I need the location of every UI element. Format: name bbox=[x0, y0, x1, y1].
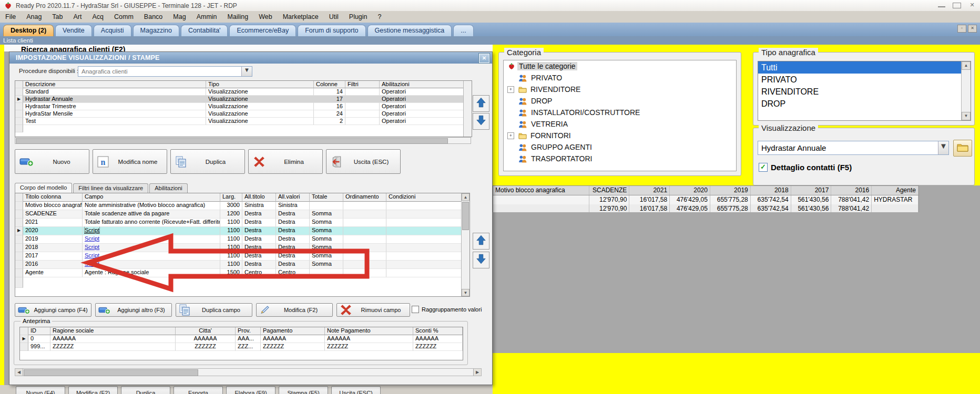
uscita-esc--button[interactable]: Uscita (ESC) bbox=[326, 149, 401, 174]
fields-table-row[interactable]: 2017Script1100DestraDestraSomma bbox=[15, 252, 469, 261]
menu-item-ammin[interactable]: Ammin bbox=[191, 12, 222, 22]
rimuovi-campo-button[interactable]: Rimuovi campo bbox=[336, 303, 410, 317]
scroll-up-icon[interactable]: ▲ bbox=[462, 193, 469, 201]
dialog-hscrollbar[interactable]: ◀ ▶ bbox=[15, 368, 482, 376]
menu-item--[interactable]: ? bbox=[373, 12, 387, 22]
modifica-f2--button[interactable]: Modifica (F2) bbox=[68, 386, 118, 394]
model-tab-corpo-del-modello[interactable]: Corpo del modello bbox=[15, 183, 72, 193]
modifica-f2--button[interactable]: Modifica (F2) bbox=[256, 303, 333, 317]
move-view-down-button[interactable] bbox=[473, 113, 489, 130]
move-view-up-button[interactable] bbox=[473, 95, 489, 112]
script-link[interactable]: Script bbox=[85, 227, 99, 233]
tree-item-installatori-costruttore[interactable]: INSTALLATORI/COSTRUTTORE bbox=[504, 107, 736, 118]
menu-item-mag[interactable]: Mag bbox=[168, 12, 191, 22]
menu-item-acq[interactable]: Acq bbox=[87, 12, 109, 22]
expand-plus-icon[interactable]: + bbox=[507, 132, 514, 139]
tree-item-fornitori[interactable]: +FORNITORI bbox=[504, 130, 736, 141]
aggiungi-altro-f3--button[interactable]: Aggiungi altro (F3) bbox=[95, 303, 172, 317]
tree-item-rivenditore[interactable]: +RIVENDITORE bbox=[504, 84, 736, 95]
scroll-down-icon[interactable]: ▼ bbox=[962, 112, 971, 120]
stampa-f5--button[interactable]: Stampa (F5) bbox=[279, 386, 328, 394]
views-table-scrollbar[interactable] bbox=[463, 81, 472, 137]
views-table-row[interactable]: StandardVisualizzazione14Operatori bbox=[15, 88, 472, 96]
menu-item-anag[interactable]: Anag bbox=[21, 12, 47, 22]
menu-item-util[interactable]: Util bbox=[324, 12, 344, 22]
maximize-icon[interactable] bbox=[953, 3, 961, 8]
nuovo-f4--button[interactable]: Nuovo (F4) bbox=[16, 386, 65, 394]
tree-item-gruppo-agenti[interactable]: GRUPPO AGENTI bbox=[504, 141, 736, 153]
views-table-row[interactable]: Hydrastar TrimestreVisualizzazione16Oper… bbox=[15, 103, 472, 110]
scroll-right-icon[interactable]: ▶ bbox=[473, 369, 481, 376]
tab-ecommerce-ebay[interactable]: Ecommerce/eBay bbox=[229, 25, 296, 36]
tipo-item-rivenditore[interactable]: RIVENDITORE bbox=[758, 86, 964, 98]
tab-forum-di-supporto[interactable]: Forum di supporto bbox=[298, 25, 365, 36]
fields-table-row[interactable]: Motivo blocco anagraficaNote amministrat… bbox=[15, 202, 469, 210]
fields-table-row[interactable]: AgenteAgente : Ragione sociale1500Centro… bbox=[15, 269, 469, 277]
move-field-down-button[interactable] bbox=[473, 252, 489, 268]
menu-item-banco[interactable]: Banco bbox=[139, 12, 168, 22]
tipo-item-tutti[interactable]: Tutti bbox=[758, 61, 964, 74]
open-folder-button[interactable] bbox=[953, 140, 972, 157]
close-icon[interactable]: ✕ bbox=[968, 2, 976, 8]
tree-item-drop[interactable]: DROP bbox=[504, 95, 736, 107]
tipo-item-privato[interactable]: PRIVATO bbox=[758, 74, 964, 86]
fields-table-row[interactable]: SCADENZETotale scadenze attive da pagare… bbox=[15, 210, 469, 219]
views-table-row[interactable]: TestVisualizzazione2Operatori bbox=[15, 118, 472, 125]
script-link[interactable]: Script bbox=[85, 252, 99, 258]
preview-table-row[interactable]: ▶0AAAAAAAAAAAAAAA...AAAAAAAAAAAAAAAAAA bbox=[20, 335, 463, 343]
uscita-esc--button[interactable]: Uscita (ESC) bbox=[331, 386, 381, 394]
fields-table-scrollbar[interactable]: ▲ ▼ bbox=[461, 193, 469, 296]
scroll-up-icon[interactable]: ▲ bbox=[962, 61, 971, 70]
procedure-combobox[interactable]: Anagrafica clienti ▼ bbox=[78, 66, 252, 77]
menu-item-web[interactable]: Web bbox=[253, 12, 277, 22]
tipo-list-scrollbar[interactable]: ▲ ▼ bbox=[961, 61, 971, 120]
fields-table-row[interactable]: 2016Script1100DestraDestraSomma bbox=[15, 261, 469, 269]
tree-item-tutte-le-categorie[interactable]: Tutte le categorie bbox=[504, 60, 736, 72]
visual-model-combobox[interactable]: Hydrastar Annuale ▼ bbox=[758, 141, 949, 155]
tree-item-trasportatori[interactable]: TRASPORTATORI bbox=[504, 153, 736, 164]
tab-acquisti[interactable]: Acquisti bbox=[94, 25, 131, 36]
views-table-row[interactable]: ▶Hydrastar AnnualeVisualizzazione17Opera… bbox=[15, 96, 472, 103]
fields-table-row[interactable]: ▶2020Script1100DestraDestraSomma bbox=[15, 227, 469, 235]
dialog-close-icon[interactable]: ✕ bbox=[479, 54, 489, 63]
move-field-up-button[interactable] bbox=[473, 233, 489, 250]
duplica-campo-button[interactable]: Duplica campo bbox=[176, 303, 252, 317]
elimina-button[interactable]: Elimina bbox=[248, 149, 323, 174]
menu-item-comm[interactable]: Comm bbox=[109, 12, 139, 22]
fields-table-row[interactable]: 2021Totale fatturato anno corrente (Rice… bbox=[15, 219, 469, 227]
elabora-f9--button[interactable]: Elabora (F9) bbox=[226, 386, 275, 394]
model-tab-filtri-linee-da-visualizzare[interactable]: Filtri linee da visualizzare bbox=[73, 183, 148, 193]
tab-desktop-2-[interactable]: Desktop (2) bbox=[3, 25, 54, 36]
tab-magazzino[interactable]: Magazzino bbox=[133, 25, 179, 36]
views-table-hscrollbar[interactable] bbox=[15, 137, 471, 144]
scroll-left-icon[interactable]: ◀ bbox=[15, 369, 23, 376]
menu-item-art[interactable]: Art bbox=[68, 12, 87, 22]
chevron-down-icon[interactable]: ▼ bbox=[241, 67, 252, 76]
minimize-icon[interactable] bbox=[938, 2, 945, 7]
duplica-button[interactable]: Duplica bbox=[121, 386, 170, 394]
script-link[interactable]: Script bbox=[85, 261, 99, 267]
preview-table-row[interactable]: 999...ZZZZZZZZZZZZZZZ...ZZZZZZZZZZZZZZZZ… bbox=[20, 343, 463, 351]
grouping-checkbox[interactable]: Raggruppamento valori bbox=[412, 306, 482, 313]
esporta-button[interactable]: Esporta bbox=[173, 386, 223, 394]
expand-plus-icon[interactable]: + bbox=[507, 86, 514, 93]
mdi-close-icon[interactable]: ✕ bbox=[968, 25, 977, 33]
fields-table-row[interactable]: 2019Script1100DestraDestraSomma bbox=[15, 235, 469, 244]
mdi-restore-icon[interactable]: ▫ bbox=[957, 25, 966, 33]
duplica-button[interactable]: Duplica bbox=[170, 149, 245, 174]
fields-table-row[interactable]: 2018Script1100DestraDestraSomma bbox=[15, 244, 469, 252]
aggiungi-campo-f4--button[interactable]: Aggiungi campo (F4) bbox=[15, 303, 91, 317]
menu-item-mailing[interactable]: Mailing bbox=[222, 12, 254, 22]
menu-item-tab[interactable]: Tab bbox=[47, 12, 68, 22]
tree-item-privato[interactable]: PRIVATO bbox=[504, 72, 736, 84]
results-grid-row[interactable]: 12'970,9016'017,58476'429,05655'775,2863… bbox=[493, 195, 918, 204]
menu-item-file[interactable]: File bbox=[0, 12, 21, 22]
tipo-item-drop[interactable]: DROP bbox=[758, 98, 964, 110]
tab-vendite[interactable]: Vendite bbox=[55, 25, 92, 36]
tree-item-vetreria[interactable]: VETRERIA bbox=[504, 118, 736, 130]
views-table-row[interactable]: HydraStar MensileVisualizzazione24Operat… bbox=[15, 110, 472, 118]
chevron-down-icon[interactable]: ▼ bbox=[938, 141, 948, 154]
script-link[interactable]: Script bbox=[85, 235, 99, 242]
model-tab-abilitazioni[interactable]: Abilitazioni bbox=[149, 183, 188, 193]
script-link[interactable]: Script bbox=[85, 244, 99, 250]
